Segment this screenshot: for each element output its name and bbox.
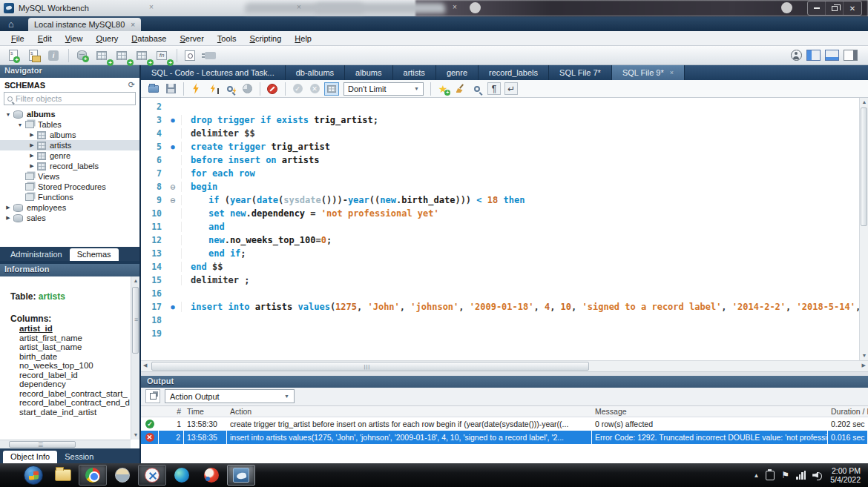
restore-button[interactable]: [826, 1, 844, 15]
volume-icon[interactable]: [812, 471, 823, 480]
scrollbar-thumb[interactable]: [151, 362, 589, 371]
toggle-limit-icon[interactable]: [323, 82, 340, 96]
create-view-icon[interactable]: [113, 48, 131, 63]
tree-item-table-artists[interactable]: ▶ artists: [0, 140, 139, 150]
editor-vertical-scrollbar[interactable]: ▲ ▼: [859, 98, 868, 360]
connection-tab[interactable]: Local instance MySQL80 ×: [28, 18, 141, 31]
execute-current-statement-icon[interactable]: [205, 82, 221, 96]
stop-query-icon[interactable]: [239, 82, 255, 96]
create-schema-icon[interactable]: [73, 48, 91, 63]
rollback-icon[interactable]: ✕: [306, 82, 323, 96]
tab-record-labels[interactable]: record_labels: [479, 65, 549, 80]
menu-scripting[interactable]: Scripting: [243, 33, 289, 44]
new-sql-tab-icon[interactable]: [4, 48, 22, 63]
create-function-icon[interactable]: fn: [153, 48, 171, 63]
info-vertical-scrollbar[interactable]: ▲ ▼: [131, 276, 139, 440]
tree-item-sales-schema[interactable]: ▶ sales: [0, 213, 139, 223]
sql-code-editor[interactable]: 2 3●drop trigger if exists trig_artist; …: [141, 98, 868, 360]
start-button[interactable]: [19, 465, 47, 486]
info-horizontal-scrollbar[interactable]: [0, 440, 131, 448]
wrap-text-icon[interactable]: ↵: [503, 82, 519, 96]
scroll-down-icon[interactable]: ▼: [860, 351, 868, 360]
col-header-message[interactable]: Message: [592, 407, 828, 416]
cleanup-icon[interactable]: [452, 82, 468, 96]
menu-database[interactable]: Database: [125, 33, 173, 44]
collapse-icon[interactable]: ▼: [4, 112, 12, 117]
connection-tab-close-icon[interactable]: ×: [131, 21, 135, 29]
col-header-index[interactable]: #: [159, 407, 184, 416]
menu-file[interactable]: File: [4, 33, 31, 44]
tree-item-stored-procedures[interactable]: Stored Procedures: [0, 182, 139, 192]
tab-object-info[interactable]: Object Info: [3, 451, 57, 463]
show-invisibles-icon[interactable]: ¶: [486, 82, 502, 96]
red-browser-icon[interactable]: [197, 465, 226, 486]
stop-on-error-icon[interactable]: [264, 82, 280, 96]
file-explorer-icon[interactable]: [49, 465, 77, 486]
expand-icon[interactable]: ▶: [4, 205, 12, 211]
scrollbar-thumb[interactable]: [9, 441, 76, 448]
menu-server[interactable]: Server: [173, 33, 210, 44]
photos-icon[interactable]: [108, 465, 137, 486]
action-center-flag-icon[interactable]: ⚑: [781, 470, 789, 480]
tab-genre[interactable]: genre: [436, 65, 479, 80]
row-limit-dropdown[interactable]: Don't Limit ▼: [343, 82, 424, 96]
inspector-icon[interactable]: i: [45, 48, 62, 63]
scroll-down-icon[interactable]: ▼: [131, 431, 139, 440]
network-signal-icon[interactable]: [796, 471, 806, 480]
tree-item-table-albums[interactable]: ▶ albums: [0, 130, 139, 140]
toggle-output-panel-icon[interactable]: [825, 50, 839, 61]
commit-icon[interactable]: ✓: [289, 82, 306, 96]
create-table-icon[interactable]: [93, 48, 111, 63]
open-file-icon[interactable]: [145, 82, 162, 96]
open-sql-script-icon[interactable]: [24, 48, 42, 63]
tab-sql-file-9[interactable]: SQL File 9* ×: [612, 65, 685, 80]
chrome-icon[interactable]: [79, 465, 107, 486]
scroll-up-icon[interactable]: ▲: [860, 98, 868, 107]
scroll-up-icon[interactable]: ▲: [131, 276, 139, 285]
toggle-sidebar-icon[interactable]: [806, 50, 821, 61]
menu-query[interactable]: Query: [89, 33, 125, 44]
expand-icon[interactable]: ▶: [28, 153, 36, 159]
collapse-icon[interactable]: ▼: [16, 122, 24, 127]
find-icon[interactable]: [469, 82, 485, 96]
output-view-dropdown[interactable]: Action Output ▼: [165, 389, 295, 403]
search-table-data-icon[interactable]: [181, 48, 199, 63]
scrollbar-thumb[interactable]: [861, 107, 867, 226]
schema-filter-box[interactable]: [4, 92, 136, 105]
tree-item-tables[interactable]: ▼ Tables: [0, 119, 139, 130]
col-header-time[interactable]: Time: [184, 407, 227, 416]
close-button[interactable]: ✕: [844, 1, 861, 15]
col-header-action[interactable]: Action: [227, 407, 592, 416]
execute-icon[interactable]: [188, 82, 204, 96]
schema-filter-input[interactable]: [16, 94, 132, 103]
menu-tools[interactable]: Tools: [211, 33, 243, 44]
col-header-duration[interactable]: Duration / Fetch: [828, 407, 868, 416]
tab-albums[interactable]: albums: [345, 65, 392, 80]
minimize-button[interactable]: [808, 1, 826, 15]
expand-icon[interactable]: ▶: [4, 215, 12, 221]
clipboard-tray-icon[interactable]: [766, 471, 775, 480]
menu-help[interactable]: Help: [288, 33, 318, 44]
expand-icon[interactable]: ▶: [28, 142, 36, 148]
home-tab-icon[interactable]: ⌂: [0, 16, 22, 31]
snipping-tool-icon[interactable]: [138, 465, 166, 486]
output-row-error[interactable]: ✕ 2 13:58:35 insert into artists values(…: [141, 431, 868, 444]
scroll-left-icon[interactable]: ◀: [143, 362, 147, 368]
tab-db-albums[interactable]: db-albums: [286, 65, 345, 80]
explain-plan-icon[interactable]: [222, 82, 238, 96]
output-row-success[interactable]: ✓ 1 13:58:30 create trigger trig_artist …: [141, 417, 868, 431]
hidden-icons-icon[interactable]: ▲: [753, 472, 759, 479]
tree-item-albums-schema[interactable]: ▼ albums: [0, 109, 139, 119]
expand-icon[interactable]: ▶: [28, 132, 36, 138]
tab-artists[interactable]: artists: [393, 65, 436, 80]
scrollbar-thumb[interactable]: [132, 287, 139, 354]
scroll-right-icon[interactable]: ▶: [862, 362, 866, 368]
edge-icon[interactable]: [168, 465, 196, 486]
tree-item-views[interactable]: Views: [0, 171, 139, 182]
expand-icon[interactable]: ▶: [28, 163, 36, 169]
tab-session[interactable]: Session: [57, 451, 101, 463]
menu-view[interactable]: View: [59, 33, 90, 44]
create-procedure-icon[interactable]: [133, 48, 151, 63]
tree-item-functions[interactable]: Functions: [0, 192, 139, 202]
tab-close-icon[interactable]: ×: [670, 69, 674, 76]
